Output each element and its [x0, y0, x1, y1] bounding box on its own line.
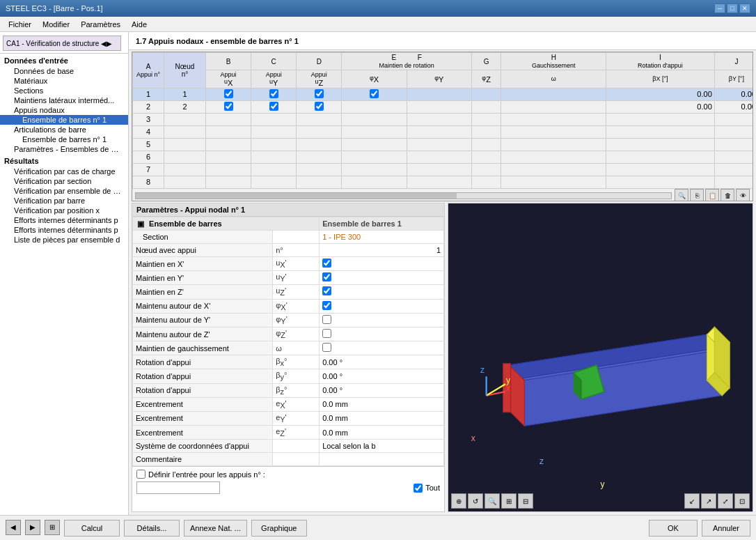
view-toolbar-right: ↙ ↗ ⤢ ⊡: [684, 493, 750, 509]
params-phix-row: Maintenu autour de X' φX': [133, 299, 444, 313]
params-uy-label: Maintien en Y': [133, 271, 273, 285]
params-phiz-row: Maintenu autour de Z' φZ': [133, 327, 444, 341]
params-noeud-label: Nœud avec appui: [133, 244, 273, 257]
sidebar-item-ensemble1b[interactable]: Ensemble de barres n° 1: [0, 134, 128, 144]
params-omega-label: Maintien de gauchissement: [133, 341, 273, 355]
params-betay-label: Rotation d'appui: [133, 369, 273, 383]
nav-btn-2[interactable]: ▶: [25, 520, 40, 535]
sidebar-item-efforts2[interactable]: Efforts internes déterminants p: [0, 225, 128, 235]
sidebar-item-liste-pieces[interactable]: Liste de pièces par ensemble d: [0, 235, 128, 245]
view-btn-1[interactable]: ⊕: [451, 493, 466, 509]
table-icon-2[interactable]: ⎘: [690, 189, 704, 202]
table-row[interactable]: 7: [133, 163, 753, 176]
view-btn-9[interactable]: ⊡: [734, 493, 750, 509]
minimize-button[interactable]: ─: [714, 3, 725, 13]
params-omega-checkbox[interactable]: [322, 343, 331, 352]
params-ux-checkbox[interactable]: [322, 259, 331, 268]
view-btn-2[interactable]: ↺: [468, 493, 483, 509]
params-ex-value[interactable]: 0.0 mm: [320, 397, 444, 411]
sidebar-item-verif-position[interactable]: Vérification par position x: [0, 206, 128, 215]
params-uy-checkbox[interactable]: [322, 272, 331, 281]
view-btn-8[interactable]: ⤢: [718, 493, 733, 509]
table-row[interactable]: 220.000.00: [133, 100, 753, 113]
nav-btn-1[interactable]: ◀: [6, 520, 21, 535]
menu-fichier[interactable]: Fichier: [3, 19, 37, 30]
table-row[interactable]: 8: [133, 176, 753, 188]
graphique-button[interactable]: Graphique: [251, 520, 307, 537]
table-row[interactable]: 110.000.00: [133, 88, 753, 100]
menu-aide[interactable]: Aide: [126, 19, 152, 30]
params-ux-row: Maintien en X' uX': [133, 257, 444, 271]
menu-modifier[interactable]: Modifier: [37, 19, 75, 30]
params-section-value: 1 - IPE 300: [320, 231, 444, 244]
view-btn-6[interactable]: ↙: [684, 493, 700, 509]
sidebar-item-verif-ensemble[interactable]: Vérification par ensemble de b...: [0, 186, 128, 196]
title-bar-text: STEEL EC3 - [Barre - Pos.1]: [6, 4, 103, 13]
view-btn-3[interactable]: 🔍: [485, 493, 500, 509]
table-icon-3[interactable]: 📋: [705, 189, 719, 202]
sidebar-item-parametres-ens[interactable]: Paramètres - Ensembles de ba...: [0, 144, 128, 154]
params-ez-value[interactable]: 0.0 mm: [320, 426, 444, 440]
sidebar-item-sections[interactable]: Sections: [0, 86, 128, 95]
params-coord-row: Système de coordonnées d'appui Local sel…: [133, 440, 444, 453]
params-comment-row: Commentaire: [133, 453, 444, 466]
view-btn-4[interactable]: ⊞: [501, 493, 517, 509]
sidebar-header-donnees: Données d'entrée: [0, 55, 128, 66]
params-betax-value[interactable]: 0.00 °: [320, 355, 444, 369]
view-btn-5[interactable]: ⊟: [518, 493, 533, 509]
table-row[interactable]: 3: [133, 113, 753, 125]
params-betax-label: Rotation d'appui: [133, 355, 273, 369]
params-group-label: Ensemble de barres: [149, 219, 222, 228]
svg-text:y: y: [601, 479, 605, 489]
close-button[interactable]: ✕: [739, 3, 750, 13]
params-betaz-value[interactable]: 0.00 °: [320, 383, 444, 397]
params-define-checkbox[interactable]: [136, 470, 145, 479]
params-panel: Paramètres - Appui nodal n° 1 ▣ Ensemble…: [132, 203, 445, 512]
view-btn-7[interactable]: ↗: [701, 493, 716, 509]
params-appui-input[interactable]: [136, 481, 220, 494]
annexe-button[interactable]: Annexe Nat. ...: [184, 520, 247, 537]
sidebar-item-verif-section[interactable]: Vérification par section: [0, 176, 128, 186]
params-ey-value[interactable]: 0.0 mm: [320, 411, 444, 425]
sidebar-item-donnees-base[interactable]: Données de base: [0, 66, 128, 76]
table-icon-4[interactable]: 🗑: [720, 189, 734, 202]
params-noeud-value[interactable]: 1: [320, 244, 444, 257]
params-uz-checkbox[interactable]: [322, 286, 331, 295]
maximize-button[interactable]: □: [727, 3, 738, 13]
ok-button[interactable]: OK: [649, 520, 698, 537]
content-area: 1.7 Appuis nodaux - ensemble de barres n…: [129, 32, 756, 515]
sidebar-item-efforts1[interactable]: Efforts internes déterminants p: [0, 215, 128, 225]
params-checkbox-row: Définir l'entrée pour les appuis n° :: [136, 470, 440, 479]
table-row[interactable]: 5: [133, 138, 753, 151]
bottom-bar: ◀ ▶ ⊞ Calcul Détails... Annexe Nat. ... …: [0, 515, 756, 540]
params-coord-value[interactable]: Local selon la b: [320, 440, 444, 453]
params-tout-checkbox[interactable]: [414, 484, 423, 493]
col-header-j: J: [714, 53, 753, 70]
nav-btn-3[interactable]: ⊞: [45, 520, 60, 535]
calcul-button[interactable]: Calcul: [64, 520, 120, 537]
menu-parametres[interactable]: Paramètres: [75, 19, 126, 30]
params-comment-value[interactable]: [320, 453, 444, 466]
sidebar-item-verif-cas[interactable]: Vérification par cas de charge: [0, 167, 128, 176]
table-icon-1[interactable]: 🔍: [675, 189, 688, 202]
sidebar-item-ensemble1[interactable]: Ensemble de barres n° 1: [0, 115, 128, 125]
ca-combo[interactable]: CA1 - Vérification de structure ◀▶: [3, 36, 121, 51]
table-icon-5[interactable]: 👁: [736, 189, 750, 202]
params-betay-value[interactable]: 0.00 °: [320, 369, 444, 383]
params-phiy-checkbox[interactable]: [322, 315, 331, 324]
sidebar-item-appuis[interactable]: Appuis nodaux: [0, 105, 128, 115]
3d-scene-svg: x y z z y x: [448, 203, 753, 511]
annuler-button[interactable]: Annuler: [702, 520, 750, 537]
table-row[interactable]: 6: [133, 151, 753, 163]
sidebar-item-articulations[interactable]: Articulations de barre: [0, 125, 128, 134]
sidebar-item-maintiens[interactable]: Maintiens latéraux interméd...: [0, 95, 128, 105]
details-button[interactable]: Détails...: [124, 520, 180, 537]
params-phiz-checkbox[interactable]: [322, 329, 331, 338]
sidebar-item-materiaux[interactable]: Matériaux: [0, 76, 128, 86]
params-section-row: Section 1 - IPE 300: [133, 231, 444, 244]
params-phix-checkbox[interactable]: [322, 301, 331, 310]
params-title: Paramètres - Appui nodal n° 1: [132, 203, 444, 217]
sidebar-item-verif-barre[interactable]: Vérification par barre: [0, 196, 128, 206]
3d-view: x y z z y x ⊕: [448, 203, 753, 512]
table-row[interactable]: 4: [133, 125, 753, 138]
